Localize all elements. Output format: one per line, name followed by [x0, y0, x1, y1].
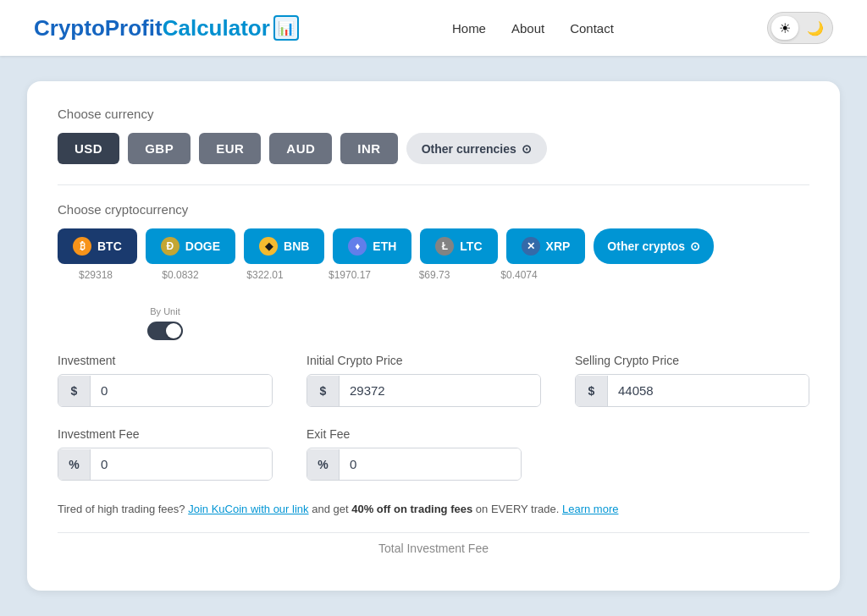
doge-label: DOGE	[185, 239, 220, 253]
calculator-icon: 📊	[273, 15, 299, 41]
bnb-price: $322.01	[227, 269, 303, 281]
promo-text: Tired of high trading fees? Join KuCoin …	[58, 501, 809, 519]
exit-fee-label: Exit Fee	[306, 427, 522, 441]
total-investment-fee-label: Total Investment Fee	[58, 532, 809, 555]
investment-fee-group: Investment Fee %	[58, 427, 273, 481]
xrp-icon: ✕	[522, 237, 540, 256]
investment-group: By Unit Investment $	[58, 306, 273, 407]
currency-inr-button[interactable]: INR	[340, 133, 397, 164]
doge-price: $0.0832	[142, 269, 218, 281]
by-unit-label: By Unit	[150, 306, 179, 316]
ltc-price: $69.73	[396, 269, 472, 281]
investment-fee-input[interactable]	[91, 448, 272, 480]
promo-text-after: on EVERY trade.	[476, 503, 562, 515]
investment-row: By Unit Investment $ Initial Crypto Pric…	[58, 306, 809, 407]
btc-label: BTC	[97, 239, 122, 253]
crypto-ltc-button[interactable]: Ł LTC	[420, 228, 497, 264]
currency-buttons: USD GBP EUR AUD INR Other currencies ⊙	[58, 133, 809, 164]
crypto-eth-button[interactable]: ♦ ETH	[333, 228, 411, 264]
other-cryptos-label: Other cryptos	[607, 239, 685, 253]
bnb-icon: ◆	[259, 237, 278, 256]
header: CryptoProfitCalculator 📊 Home About Cont…	[0, 0, 867, 56]
crypto-xrp-button[interactable]: ✕ XRP	[506, 228, 586, 264]
logo-calculator: Calculator	[163, 15, 270, 41]
section-divider	[58, 184, 809, 185]
crypto-btc-button[interactable]: ₿ BTC	[58, 228, 137, 264]
initial-price-prefix: $	[307, 376, 340, 406]
logo-crypto: Crypto	[34, 15, 105, 41]
currency-section-label: Choose currency	[58, 107, 809, 121]
theme-toggle: ☀ 🌙	[767, 12, 833, 44]
nav: Home About Contact	[452, 21, 614, 36]
xrp-label: XRP	[546, 239, 571, 253]
exit-fee-input-wrapper: %	[306, 448, 522, 481]
promo-text-before: Tired of high trading fees?	[58, 503, 185, 515]
investment-fee-prefix: %	[58, 449, 91, 480]
initial-price-input[interactable]	[340, 375, 540, 406]
crypto-prices-row: $29318 $0.0832 $322.01 $1970.17 $69.73 $…	[58, 269, 809, 281]
bnb-label: BNB	[284, 239, 309, 253]
selling-price-group: Selling Crypto Price $	[575, 354, 809, 407]
eth-icon: ♦	[348, 237, 367, 256]
other-cryptos-icon: ⊙	[690, 239, 700, 253]
by-unit-toggle[interactable]	[147, 322, 183, 340]
main-content: Choose currency USD GBP EUR AUD INR Othe…	[0, 56, 867, 616]
promo-text-middle: and get	[312, 503, 351, 515]
other-currencies-button[interactable]: Other currencies ⊙	[406, 133, 547, 164]
btc-price: $29318	[58, 269, 134, 281]
crypto-doge-button[interactable]: Ð DOGE	[146, 228, 235, 264]
currency-aud-button[interactable]: AUD	[269, 133, 332, 164]
investment-prefix: $	[58, 376, 91, 406]
dark-mode-button[interactable]: 🌙	[802, 16, 829, 40]
crypto-buttons: ₿ BTC Ð DOGE ◆ BNB ♦ ETH Ł LTC ✕ XRP	[58, 228, 809, 264]
kucoin-link[interactable]: Join KuCoin with our link	[188, 503, 308, 515]
crypto-section-label: Choose cryptocurrency	[58, 202, 809, 217]
investment-fee-label: Investment Fee	[58, 427, 273, 441]
nav-about[interactable]: About	[511, 21, 544, 36]
selling-price-label: Selling Crypto Price	[575, 354, 809, 367]
logo: CryptoProfitCalculator 📊	[34, 15, 299, 41]
by-unit-toggle-container: By Unit	[58, 306, 273, 340]
fee-row: Investment Fee % Exit Fee %	[58, 427, 809, 481]
selling-price-input-wrapper: $	[575, 374, 809, 407]
currency-usd-button[interactable]: USD	[58, 133, 119, 164]
initial-price-group: Initial Crypto Price $	[306, 354, 541, 407]
nav-contact[interactable]: Contact	[570, 21, 614, 36]
light-mode-button[interactable]: ☀	[771, 16, 798, 40]
promo-bold-text: 40% off on trading fees	[351, 503, 472, 515]
doge-icon: Ð	[161, 237, 179, 256]
investment-fee-input-wrapper: %	[58, 448, 273, 481]
inputs-section: By Unit Investment $ Initial Crypto Pric…	[58, 306, 809, 481]
selling-price-input[interactable]	[608, 375, 809, 406]
other-currencies-label: Other currencies	[422, 142, 516, 156]
investment-input[interactable]	[91, 375, 272, 406]
exit-fee-group: Exit Fee %	[306, 427, 522, 481]
crypto-bnb-button[interactable]: ◆ BNB	[244, 228, 324, 264]
investment-label: Investment	[58, 354, 273, 367]
initial-price-label: Initial Crypto Price	[306, 354, 541, 367]
xrp-price: $0.4074	[481, 269, 557, 281]
currency-eur-button[interactable]: EUR	[199, 133, 261, 164]
calculator-card: Choose currency USD GBP EUR AUD INR Othe…	[27, 81, 840, 591]
learn-more-link[interactable]: Learn more	[562, 503, 618, 515]
eth-label: ETH	[373, 239, 396, 253]
currency-gbp-button[interactable]: GBP	[128, 133, 191, 164]
ltc-label: LTC	[460, 239, 482, 253]
other-cryptos-button[interactable]: Other cryptos ⊙	[594, 228, 714, 264]
toggle-knob	[166, 323, 181, 338]
exit-fee-input[interactable]	[340, 448, 521, 480]
logo-profit: Profit	[105, 15, 163, 41]
selling-price-prefix: $	[576, 376, 608, 406]
chevron-down-icon: ⊙	[522, 142, 532, 156]
nav-home[interactable]: Home	[452, 21, 486, 36]
initial-price-input-wrapper: $	[306, 374, 541, 407]
exit-fee-prefix: %	[307, 449, 340, 480]
btc-icon: ₿	[73, 237, 91, 256]
eth-price: $1970.17	[312, 269, 388, 281]
ltc-icon: Ł	[435, 237, 454, 256]
investment-input-wrapper: $	[58, 374, 273, 407]
